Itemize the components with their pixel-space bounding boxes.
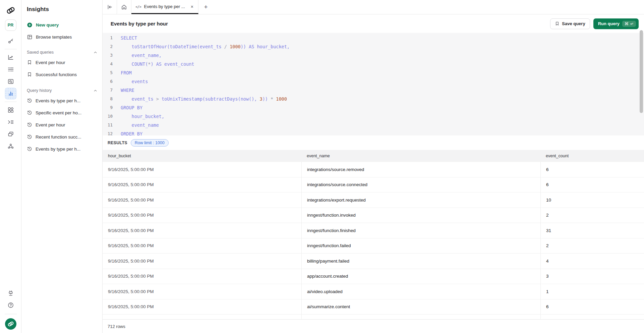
search-events-icon[interactable]: [5, 75, 17, 88]
query-history-section-header[interactable]: Query history: [21, 87, 102, 95]
saved-queries-section-header[interactable]: Saved queries: [21, 48, 102, 56]
collapse-sidebar-button[interactable]: [103, 0, 117, 14]
insights-bar-chart-icon[interactable]: [5, 88, 17, 100]
cell-event-name: ai/video.uploaded: [301, 284, 540, 299]
terminal-prompt-icon[interactable]: [5, 116, 17, 128]
code-line: 7WHERE: [103, 86, 644, 95]
saved-query-item[interactable]: Successful functions: [21, 68, 102, 80]
history-item[interactable]: Recent function succ...: [21, 131, 102, 143]
icon-rail: PR: [0, 0, 21, 333]
code-line: 11 event_name: [103, 121, 644, 129]
history-item[interactable]: Specific event per ho...: [21, 107, 102, 119]
saved-queries-label: Saved queries: [27, 50, 54, 55]
table-row: 9/16/2025, 5:00:00 PMinngest/function.fa…: [103, 238, 644, 254]
code-line: 1SELECT: [103, 34, 644, 42]
sidebar-item-label: Events by type per h...: [36, 98, 80, 103]
inngest-badge-icon[interactable]: [5, 318, 16, 330]
run-query-button[interactable]: Run query ⌘ ↵: [593, 18, 639, 29]
cell-hour-bucket: 9/16/2025, 5:00:00 PM: [103, 208, 301, 223]
rail-divider: [5, 49, 17, 49]
line-number: 5: [103, 68, 115, 77]
save-query-button[interactable]: Save query: [550, 18, 590, 29]
cell-event-count: 3: [540, 269, 644, 284]
line-number: 7: [103, 86, 115, 95]
cell-event-name: inngest/function.failed: [301, 238, 540, 254]
sidebar-item-label: Recent function succ...: [36, 134, 81, 140]
cmd-key-icon: ⌘: [625, 21, 629, 26]
history-item[interactable]: Event per hour: [21, 119, 102, 131]
tab-events-by-type-per-hour[interactable]: </> Events by type per ... ×: [131, 0, 198, 14]
rail-divider: [5, 314, 17, 314]
line-number: 8: [103, 95, 115, 103]
table-row: 9/16/2025, 5:00:00 PMinngest/function.fi…: [103, 223, 644, 238]
line-number: 9: [103, 103, 115, 112]
enter-key-icon: ↵: [630, 21, 634, 26]
history-icon: [27, 134, 32, 140]
help-icon[interactable]: [5, 299, 17, 311]
close-tab-icon[interactable]: ×: [190, 4, 194, 9]
cell-event-name: ai/summarize.content: [301, 299, 540, 315]
code-line: 9GROUP BY: [103, 103, 644, 112]
code-line: 8 event_ts > toUnixTimestamp(subtractDay…: [103, 95, 644, 103]
cell-hour-bucket: 9/16/2025, 5:00:00 PM: [103, 192, 301, 208]
results-label: RESULTS: [108, 141, 127, 145]
saved-query-item[interactable]: Event per hour: [21, 56, 102, 68]
new-query-label: New query: [36, 22, 59, 27]
home-tab-button[interactable]: [117, 0, 131, 14]
cell-event-name: inngest/function.finished: [301, 223, 540, 238]
code-tab-icon: </>: [135, 5, 141, 9]
cell-event-count: 2: [540, 238, 644, 254]
code-line: 12ORDER BY: [103, 129, 644, 135]
code-line: 5FROM: [103, 68, 644, 77]
webhook-icon[interactable]: [5, 140, 17, 152]
line-number: 12: [103, 129, 115, 135]
row-limit-chip[interactable]: Row limit : 1000: [131, 139, 169, 147]
sidebar-item-label: Event per hour: [36, 60, 65, 65]
sql-editor[interactable]: 1SELECT2 toStartOfHour(toDateTime(event_…: [103, 33, 644, 135]
cell-hour-bucket: 9/16/2025, 5:00:00 PM: [103, 238, 301, 254]
insights-app: PR: [0, 0, 644, 333]
run-query-label: Run query: [598, 21, 620, 26]
cell-event-count: 6: [540, 299, 644, 315]
code-line: 4 COUNT(*) AS event_count: [103, 60, 644, 68]
new-tab-button[interactable]: +: [198, 0, 213, 14]
code-line: 10 hour_bucket,: [103, 112, 644, 121]
history-item[interactable]: Events by type per h...: [21, 95, 102, 107]
editor-scrollbar-thumb[interactable]: [640, 30, 643, 113]
sidebar-item-label: Event per hour: [36, 122, 65, 127]
cell-hour-bucket: 9/16/2025, 5:00:00 PM: [103, 162, 301, 177]
apps-grid-icon[interactable]: [5, 104, 17, 116]
table-row-partial: [103, 315, 644, 319]
sidebar-item-label: Specific event per ho...: [36, 110, 81, 115]
runs-list-icon[interactable]: [5, 63, 17, 75]
cell-event-name: billing/payment.failed: [301, 254, 540, 269]
cell-event-count: 6: [540, 162, 644, 177]
insights-sidebar: Insights New query Browse templates Save…: [21, 0, 103, 333]
cell-event-count: 2: [540, 208, 644, 223]
browse-templates-button[interactable]: Browse templates: [21, 32, 102, 42]
saved-queries-list: Event per hourSuccessful functions: [21, 56, 102, 80]
browse-templates-label: Browse templates: [36, 35, 72, 40]
cell-event-name: integrations/source.connected: [301, 177, 540, 192]
plus-circle-icon: [27, 22, 33, 28]
bookmark-icon: [27, 72, 32, 77]
history-item[interactable]: Events by type per h...: [21, 143, 102, 155]
tab-label: Events by type per ...: [144, 4, 187, 9]
table-row: 9/16/2025, 5:00:00 PMbilling/payment.fai…: [103, 254, 644, 269]
query-history-list: Events by type per h...Specific event pe…: [21, 95, 102, 155]
new-query-button[interactable]: New query: [21, 19, 102, 30]
connect-plug-icon[interactable]: [5, 287, 17, 299]
cell-hour-bucket: 9/16/2025, 5:00:00 PM: [103, 299, 301, 315]
cell-event-count: 4: [540, 254, 644, 269]
keys-icon[interactable]: [5, 35, 17, 47]
results-table-body: 9/16/2025, 5:00:00 PMintegrations/source…: [103, 162, 644, 319]
line-number: 2: [103, 42, 115, 51]
workspace-avatar[interactable]: PR: [5, 19, 16, 31]
sidebar-item-label: Events by type per h...: [36, 147, 80, 152]
metrics-icon[interactable]: [5, 51, 17, 63]
chat-windows-icon[interactable]: [5, 128, 17, 140]
cell-event-count: 6: [540, 177, 644, 192]
code-line: 6 events: [103, 77, 644, 86]
cell-hour-bucket: 9/16/2025, 5:00:00 PM: [103, 177, 301, 192]
line-number: 11: [103, 121, 115, 129]
